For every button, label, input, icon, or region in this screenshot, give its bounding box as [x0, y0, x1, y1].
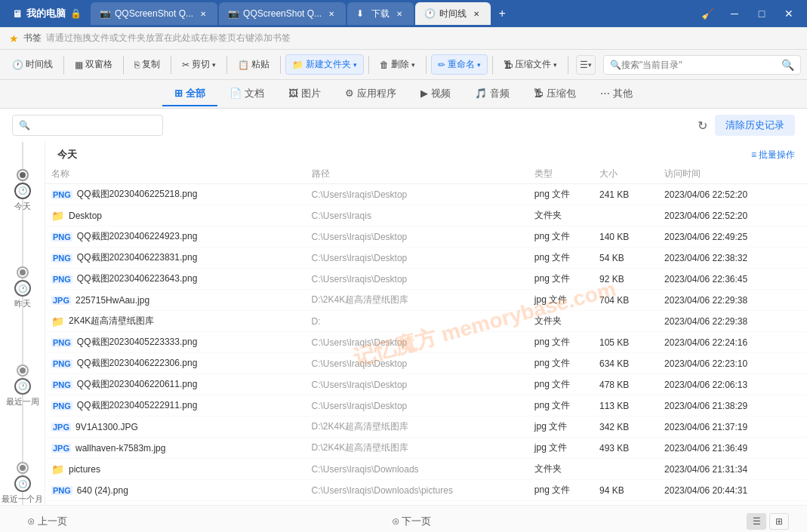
separator-9: [568, 56, 568, 74]
tab-close-timeline[interactable]: ✕: [471, 8, 482, 19]
new-folder-button[interactable]: 📁 新建文件夹 ▾: [285, 54, 364, 75]
cell-type: png 文件: [528, 332, 593, 353]
cat-label-app: 应用程序: [357, 87, 396, 100]
table-row[interactable]: PNG QQ截图20230406220611.png C:\Users\Iraq…: [45, 374, 807, 395]
minimize-button[interactable]: ─: [722, 5, 747, 23]
next-page-button[interactable]: ⊙ 下一页: [383, 512, 441, 531]
new-tab-button[interactable]: +: [492, 4, 512, 23]
rename-icon: ✏: [438, 60, 445, 70]
table-row[interactable]: PNG QQ截图20230406223831.png C:\Users\Iraq…: [45, 248, 807, 269]
pc-tab[interactable]: 🖥 我的电脑 🔒: [6, 7, 88, 20]
refresh-button[interactable]: ↻: [698, 118, 707, 133]
table-row[interactable]: PNG QQ截图20230406223643.png C:\Users\Iraq…: [45, 269, 807, 290]
timeline-label-yesterday: 昨天: [14, 298, 31, 309]
cut-button[interactable]: ✂ 剪切 ▾: [176, 55, 222, 74]
cell-type: png 文件: [528, 395, 593, 417]
cat-tab-all[interactable]: ⊞ 全部: [162, 82, 217, 106]
table-row[interactable]: PNG QQ截图20230405222911.png C:\Users\Iraq…: [45, 395, 807, 417]
separator-5: [280, 56, 281, 74]
tab-timeline[interactable]: 🕐 时间线 ✕: [415, 2, 491, 25]
tab-close-download[interactable]: ✕: [394, 8, 405, 19]
cell-type: jpg 文件: [528, 290, 593, 311]
search-input[interactable]: [621, 60, 781, 70]
grid-view-button[interactable]: ⊞: [769, 513, 789, 530]
timeline-button[interactable]: 🕐 时间线: [6, 55, 59, 74]
cell-type: png 文件: [528, 480, 593, 501]
cat-tab-video[interactable]: ▶ 视频: [408, 82, 463, 106]
cell-path: C:\Users\Iraqis\Desktop: [306, 248, 528, 269]
cell-type: jpg 文件: [528, 438, 593, 459]
table-row[interactable]: PNG QQ截图20230405223333.png C:\Users\Iraq…: [45, 332, 807, 353]
section-header-today: 今天 ≡ 批量操作: [45, 142, 807, 165]
new-folder-chevron: ▾: [353, 61, 357, 69]
table-row[interactable]: JPG 225715HwAau.jpg D:\2K4K超高清壁纸图库 jpg 文…: [45, 290, 807, 311]
pc-label: 我的电脑: [26, 7, 66, 20]
bookmark-hint: 请通过拖拽文件或文件夹放置在此处或在标签页右键添加书签: [46, 32, 291, 45]
cell-name: 📁 Desktop: [45, 205, 306, 226]
table-row[interactable]: 📁 2K4K超高清壁纸图库 D: 文件夹 2023/04/06 22:29:38: [45, 311, 807, 332]
cell-type: jpg 文件: [528, 417, 593, 438]
delete-icon: 🗑: [380, 60, 389, 70]
table-row[interactable]: JPG wallhaven-k7583m.jpg D:\2K4K超高清壁纸图库 …: [45, 438, 807, 459]
table-row[interactable]: PNG 640 (24).png C:\Users\Iraqis\Downloa…: [45, 480, 807, 501]
cell-size: 493 KB: [593, 438, 658, 459]
clear-history-button[interactable]: 清除历史记录: [715, 115, 795, 136]
close-button[interactable]: ✕: [777, 5, 801, 23]
cat-tab-app[interactable]: ⚙ 应用程序: [333, 82, 408, 106]
paste-button[interactable]: 📋 粘贴: [232, 55, 276, 74]
dual-pane-button[interactable]: ▦ 双窗格: [69, 55, 119, 74]
tab-close-qq1[interactable]: ✕: [198, 8, 208, 19]
file-name-text: QQ截图20230405222911.png: [77, 399, 197, 412]
file-name-text: QQ截图20230406224923.png: [77, 230, 197, 243]
list-view-button[interactable]: ☰: [747, 513, 766, 530]
separator-7: [426, 56, 427, 74]
compress-chevron: ▾: [553, 61, 557, 69]
cell-access-time: 2023/04/06 22:23:10: [658, 353, 807, 374]
view-toggle: ☰ ⊞: [747, 513, 789, 530]
extra-icon-button[interactable]: 🧹: [695, 5, 719, 23]
paste-icon: 📋: [238, 60, 249, 70]
cell-access-time: 2023/04/06 21:31:34: [658, 459, 807, 480]
prev-page-button[interactable]: ⊙ 上一页: [18, 512, 76, 531]
rename-label: 重命名: [448, 58, 475, 71]
search-actions: ↻ 清除历史记录: [698, 115, 795, 136]
batch-operation-button[interactable]: ≡ 批量操作: [751, 149, 795, 161]
file-name-text: 2K4K超高清壁纸图库: [69, 315, 154, 328]
compress-button[interactable]: 🗜 压缩文件 ▾: [497, 55, 563, 74]
table-row[interactable]: JPG 9V1A1300.JPG D:\2K4K超高清壁纸图库 jpg 文件 3…: [45, 417, 807, 438]
cat-tab-archive[interactable]: 🗜 压缩包: [522, 82, 588, 106]
tab-download[interactable]: ⬇ 下载 ✕: [347, 2, 414, 25]
maximize-button[interactable]: □: [750, 5, 774, 23]
cell-access-time: 2023/04/06 22:52:20: [658, 205, 807, 226]
cat-tab-doc[interactable]: 📄 文档: [217, 82, 276, 106]
compress-icon: 🗜: [504, 60, 513, 70]
cell-access-time: 2023/04/06 21:36:49: [658, 438, 807, 459]
tab-qq-screenshot-1[interactable]: 📷 QQScreenShot Q... ✕: [91, 2, 217, 25]
table-row[interactable]: PNG QQ截图20230406222306.png C:\Users\Iraq…: [45, 353, 807, 374]
compress-label: 压缩文件: [515, 58, 551, 71]
cat-tab-audio[interactable]: 🎵 音频: [463, 82, 522, 106]
tab-qq-screenshot-2[interactable]: 📷 QQScreenShot Q... ✕: [219, 2, 346, 25]
delete-button[interactable]: 🗑 删除 ▾: [374, 55, 421, 74]
cat-tab-other[interactable]: ⋯ 其他: [588, 82, 645, 106]
file-name-text: QQ截图20230405223333.png: [77, 336, 197, 349]
search-submit-icon[interactable]: 🔍: [781, 59, 794, 71]
section-title-today: 今天: [57, 148, 77, 161]
tab-close-qq2[interactable]: ✕: [326, 8, 337, 19]
table-row[interactable]: 📁 pictures C:\Users\Iraqis\Downloads 文件夹…: [45, 459, 807, 480]
cell-name: 📁 pictures: [45, 459, 306, 480]
cut-icon: ✂: [182, 60, 189, 70]
table-row[interactable]: PNG QQ截图20230406225218.png C:\Users\Iraq…: [45, 184, 807, 205]
table-row[interactable]: PNG QQ截图20230406224923.png C:\Users\Iraq…: [45, 226, 807, 248]
main-search-input[interactable]: [33, 120, 160, 131]
cat-tab-image[interactable]: 🖼 图片: [276, 82, 333, 106]
cell-path: C:\Users\Iraqis\Downloads\pictures: [306, 480, 528, 501]
table-row[interactable]: PNG 640 (23).png C:\Users\Iraqis\Downloa…: [45, 501, 807, 506]
timeline-entry-yesterday: 🕐 昨天: [14, 268, 31, 309]
tab-label-qq2: QQScreenShot Q...: [243, 8, 322, 19]
copy-button[interactable]: ⎘ 复制: [128, 55, 166, 74]
rename-button[interactable]: ✏ 重命名 ▾: [431, 54, 488, 75]
main-search-box: 🔍: [12, 115, 163, 136]
table-row[interactable]: 📁 Desktop C:\Users\Iraqis 文件夹 2023/04/06…: [45, 205, 807, 226]
tab-icon-qq1: 📷: [100, 8, 110, 19]
